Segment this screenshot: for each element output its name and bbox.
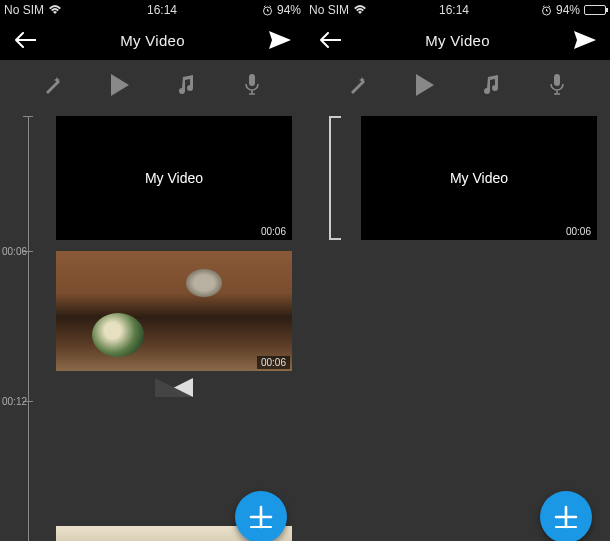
send-button[interactable] [574, 31, 596, 49]
carrier-text: No SIM [4, 3, 44, 17]
timeline[interactable]: My Video 00:06 [305, 110, 610, 541]
range-bracket[interactable] [329, 116, 341, 240]
music-button[interactable] [477, 71, 505, 99]
mic-button[interactable] [238, 71, 266, 99]
wifi-icon [48, 5, 62, 15]
battery-percent: 94% [277, 3, 301, 17]
play-icon [109, 74, 129, 96]
battery-percent: 94% [556, 3, 580, 17]
plus-icon [248, 504, 274, 530]
title-clip[interactable]: My Video 00:06 [56, 116, 292, 240]
status-bar: No SIM 16:14 94% [305, 0, 610, 20]
add-button[interactable] [540, 491, 592, 541]
title-clip-text: My Video [450, 170, 508, 186]
page-title: My Video [120, 32, 185, 49]
clock: 16:14 [371, 3, 537, 17]
effects-button[interactable] [39, 71, 67, 99]
svg-rect-5 [554, 74, 560, 86]
plus-icon [553, 504, 579, 530]
title-clip[interactable]: My Video 00:06 [361, 116, 597, 240]
time-marker: 00:12 [2, 396, 27, 407]
pane-left: No SIM 16:14 94% My Video [0, 0, 305, 541]
music-button[interactable] [172, 71, 200, 99]
tick [23, 116, 33, 117]
nav-bar: My Video [305, 20, 610, 60]
svg-rect-1 [249, 74, 255, 86]
back-button[interactable] [14, 32, 36, 48]
wifi-icon [353, 5, 367, 15]
video-clip[interactable]: 00:06 [56, 251, 292, 371]
alarm-icon [262, 5, 273, 16]
play-button[interactable] [410, 71, 438, 99]
play-icon [414, 74, 434, 96]
nav-bar: My Video [0, 20, 305, 60]
effects-button[interactable] [344, 71, 372, 99]
wand-icon [347, 74, 369, 96]
page-title: My Video [425, 32, 490, 49]
add-button[interactable] [235, 491, 287, 541]
play-button[interactable] [105, 71, 133, 99]
back-button[interactable] [319, 32, 341, 48]
music-icon [482, 75, 500, 95]
send-button[interactable] [269, 31, 291, 49]
mic-button[interactable] [543, 71, 571, 99]
carrier-text: No SIM [309, 3, 349, 17]
alarm-icon [541, 5, 552, 16]
back-arrow-icon [14, 32, 36, 48]
battery-icon [584, 5, 606, 15]
wand-icon [42, 74, 64, 96]
clock: 16:14 [66, 3, 258, 17]
send-icon [574, 31, 596, 49]
music-icon [177, 75, 195, 95]
mic-icon [244, 74, 260, 96]
timeline[interactable]: 00:06 00:12 My Video 00:06 00:06 [0, 110, 305, 541]
mic-icon [549, 74, 565, 96]
duration-badge: 00:06 [257, 356, 290, 369]
duration-badge: 00:06 [257, 225, 290, 238]
transition-handle[interactable] [155, 378, 193, 397]
duration-badge: 00:06 [562, 225, 595, 238]
time-marker: 00:06 [2, 246, 27, 257]
transition-icon [155, 378, 193, 397]
send-icon [269, 31, 291, 49]
toolbar [0, 60, 305, 110]
toolbar [305, 60, 610, 110]
pane-right: No SIM 16:14 94% My Video [305, 0, 610, 541]
back-arrow-icon [319, 32, 341, 48]
status-bar: No SIM 16:14 94% [0, 0, 305, 20]
title-clip-text: My Video [145, 170, 203, 186]
time-ruler [28, 116, 29, 541]
